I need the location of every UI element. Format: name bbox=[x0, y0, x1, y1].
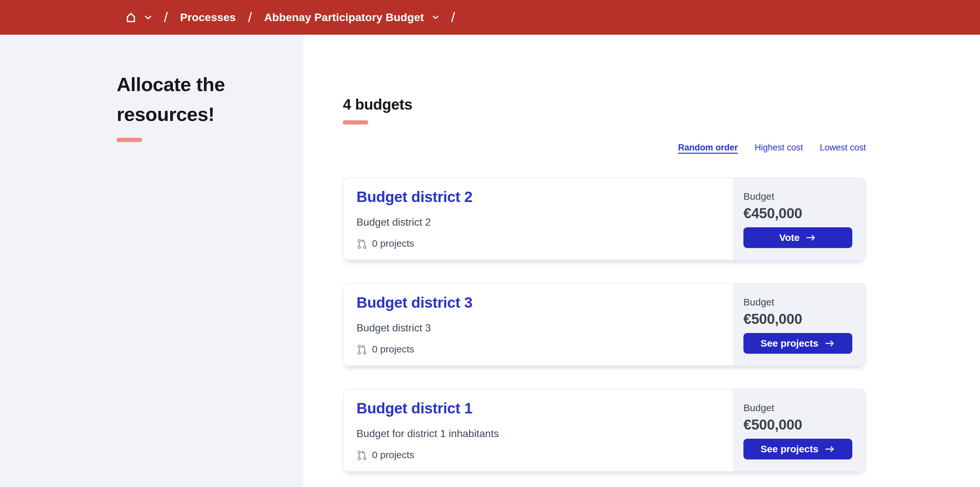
breadcrumb-home-link[interactable] bbox=[125, 12, 152, 23]
page-title: Allocate the resources! bbox=[117, 70, 259, 129]
budget-card-side-panel: Budget €500,000 See projects bbox=[733, 390, 865, 471]
see-projects-button[interactable]: See projects bbox=[743, 333, 852, 354]
budgets-count-heading: 4 budgets bbox=[343, 96, 866, 113]
projects-count-label: 0 projects bbox=[372, 238, 414, 249]
arrow-right-icon bbox=[805, 234, 816, 241]
cta-button-label: See projects bbox=[760, 338, 818, 349]
breadcrumb-separator: / bbox=[248, 11, 252, 24]
cta-button-label: See projects bbox=[760, 444, 818, 455]
sidebar: Allocate the resources! bbox=[0, 35, 303, 487]
home-icon bbox=[125, 12, 137, 23]
chevron-down-icon[interactable] bbox=[145, 15, 152, 20]
budget-card-projects: 0 projects bbox=[356, 449, 720, 460]
breadcrumb-item-process-title[interactable]: Abbenay Participatory Budget bbox=[264, 11, 424, 24]
sort-random-order[interactable]: Random order bbox=[678, 143, 738, 153]
sort-lowest-cost[interactable]: Lowest cost bbox=[819, 143, 866, 153]
main-content: 4 budgets Random order Highest cost Lowe… bbox=[303, 35, 980, 487]
git-pull-request-icon bbox=[356, 449, 368, 460]
arrow-right-icon bbox=[824, 340, 835, 347]
projects-count-label: 0 projects bbox=[372, 344, 414, 355]
budget-card-side-panel: Budget €500,000 See projects bbox=[733, 284, 865, 366]
budget-card-main: Budget district 1 Budget for district 1 … bbox=[344, 390, 733, 471]
breadcrumb-item-processes[interactable]: Processes bbox=[180, 11, 236, 24]
budget-card-description: Budget district 2 bbox=[356, 216, 720, 228]
arrow-right-icon bbox=[824, 445, 835, 453]
budget-card-title-link[interactable]: Budget district 2 bbox=[356, 188, 473, 206]
chevron-down-icon[interactable] bbox=[432, 15, 439, 19]
budget-card-main: Budget district 3 Budget district 3 bbox=[344, 284, 733, 366]
budget-card-list: Budget district 2 Budget district 2 bbox=[343, 177, 866, 487]
budget-card-description: Budget district 3 bbox=[356, 322, 720, 334]
budget-label: Budget bbox=[743, 402, 852, 414]
budget-card: Budget district 3 Budget district 3 bbox=[343, 283, 866, 366]
budget-amount: €500,000 bbox=[743, 417, 852, 433]
sort-highest-cost[interactable]: Highest cost bbox=[755, 143, 803, 153]
budget-amount: €500,000 bbox=[743, 311, 852, 327]
git-pull-request-icon bbox=[356, 238, 368, 249]
budget-amount: €450,000 bbox=[743, 205, 852, 222]
budget-card: Budget district 1 Budget for district 1 … bbox=[343, 389, 866, 472]
breadcrumb: / Processes / Abbenay Participatory Budg… bbox=[125, 11, 467, 24]
budget-card: Budget district 2 Budget district 2 bbox=[343, 177, 866, 260]
budget-label: Budget bbox=[743, 297, 852, 308]
heading-accent-bar bbox=[343, 120, 368, 125]
git-pull-request-icon bbox=[356, 344, 368, 355]
see-projects-button[interactable]: See projects bbox=[743, 439, 852, 460]
vote-button[interactable]: Vote bbox=[743, 227, 852, 248]
budget-card-main: Budget district 2 Budget district 2 bbox=[344, 178, 733, 260]
budget-card-title-link[interactable]: Budget district 3 bbox=[356, 294, 473, 311]
projects-count-label: 0 projects bbox=[372, 449, 414, 460]
sort-options: Random order Highest cost Lowest cost bbox=[343, 143, 866, 153]
budget-card-side-panel: Budget €450,000 Vote bbox=[733, 178, 865, 260]
budget-card-title-link[interactable]: Budget district 1 bbox=[356, 399, 473, 417]
breadcrumb-separator: / bbox=[451, 11, 455, 24]
title-accent-bar bbox=[117, 138, 142, 142]
topbar: / Processes / Abbenay Participatory Budg… bbox=[0, 0, 980, 35]
breadcrumb-separator: / bbox=[164, 11, 168, 24]
budget-card-projects: 0 projects bbox=[356, 344, 720, 355]
page-body: Allocate the resources! 4 budgets Random… bbox=[0, 35, 980, 487]
budget-card-projects: 0 projects bbox=[356, 238, 720, 249]
budget-label: Budget bbox=[743, 191, 852, 202]
cta-button-label: Vote bbox=[780, 232, 800, 243]
budget-card-description: Budget for district 1 inhabitants bbox=[356, 428, 720, 440]
